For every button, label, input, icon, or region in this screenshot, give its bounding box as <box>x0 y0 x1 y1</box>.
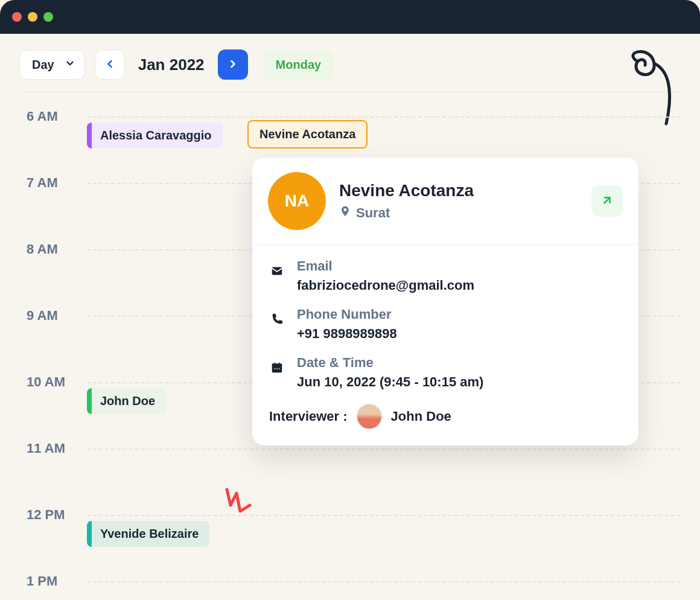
email-value: fabriziocedrone@gmail.com <box>297 278 474 293</box>
interviewer-name: John Doe <box>391 409 451 424</box>
datetime-value: Jun 10, 2022 (9:45 - 10:15 am) <box>297 374 483 390</box>
event-label: Alessia Caravaggio <box>100 129 212 142</box>
interviewer-label: Interviewer : <box>269 409 348 424</box>
location-pin-icon <box>339 205 351 221</box>
window-titlebar <box>0 0 700 34</box>
event-yvenide[interactable]: Yvenide Belizaire <box>87 521 209 547</box>
datetime-label: Date & Time <box>297 355 483 371</box>
hour-label: 8 AM <box>27 241 58 257</box>
event-label: Yvenide Belizaire <box>100 527 199 540</box>
event-popover: NA Nevine Acotanza Surat <box>252 158 638 445</box>
window-close-button[interactable] <box>12 12 22 22</box>
hour-label: 9 AM <box>27 308 58 324</box>
popover-location: Surat <box>356 205 390 221</box>
open-external-button[interactable] <box>591 185 623 217</box>
avatar-initials: NA <box>268 172 326 230</box>
hour-label: 6 AM <box>27 109 58 124</box>
email-label: Email <box>297 258 474 274</box>
event-label: Nevine Acotanza <box>259 127 355 141</box>
hour-label: 12 PM <box>27 507 65 523</box>
popover-person-name: Nevine Acotanza <box>339 181 578 200</box>
phone-label: Phone Number <box>297 307 397 322</box>
interviewer-avatar <box>356 403 383 430</box>
svg-point-8 <box>279 368 280 369</box>
event-nevine[interactable]: Nevine Acotanza <box>247 120 368 148</box>
phone-icon <box>269 307 285 326</box>
calendar-day-grid: 6 AM 7 AM 8 AM 9 AM 10 AM 11 AM 12 PM 1 … <box>0 92 700 600</box>
arrow-up-right-icon <box>600 194 614 209</box>
mail-icon <box>269 258 285 278</box>
scribble-decoration <box>218 487 255 526</box>
hour-gridline <box>87 116 681 118</box>
chevron-right-icon <box>227 58 239 72</box>
next-button[interactable] <box>218 49 248 80</box>
month-label: Jan 2022 <box>135 56 208 74</box>
weekday-badge: Monday <box>262 51 335 79</box>
hour-label: 1 PM <box>27 573 57 589</box>
hour-gridline <box>87 515 681 516</box>
calendar-icon <box>269 355 285 374</box>
event-alessia[interactable]: Alessia Caravaggio <box>87 123 223 148</box>
hour-label: 11 AM <box>27 441 65 456</box>
phone-value: +91 9898989898 <box>297 326 397 342</box>
event-john[interactable]: John Doe <box>87 388 166 414</box>
calendar-toolbar: Day Jan 2022 Monday <box>0 34 700 92</box>
hour-gridline <box>87 581 681 582</box>
prev-button[interactable] <box>95 49 125 80</box>
hour-gridline <box>87 448 681 450</box>
svg-point-6 <box>274 368 275 369</box>
window-minimize-button[interactable] <box>28 12 37 22</box>
svg-rect-3 <box>272 364 282 366</box>
hour-label: 10 AM <box>27 374 65 390</box>
window-maximize-button[interactable] <box>43 12 53 22</box>
event-label: John Doe <box>100 394 155 407</box>
svg-point-7 <box>276 368 278 369</box>
chevron-left-icon <box>104 58 116 72</box>
hour-label: 7 AM <box>27 175 58 191</box>
view-select[interactable]: Day <box>19 50 85 80</box>
